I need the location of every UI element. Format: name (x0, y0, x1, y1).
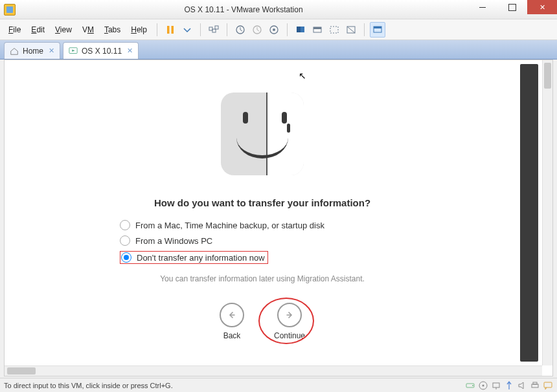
cycle-layout-button[interactable] (310, 22, 325, 38)
option-from-mac[interactable]: From a Mac, Time Machine backup, or star… (120, 220, 324, 230)
radio-icon (121, 252, 131, 263)
maximize-button[interactable] (497, 0, 527, 14)
tab-home[interactable]: Home ✕ (4, 42, 60, 59)
monitor-play-icon (69, 47, 78, 56)
usb-icon[interactable] (504, 380, 514, 391)
snapshot-manager-button[interactable] (266, 22, 282, 38)
snapshot-button[interactable] (233, 22, 248, 38)
svg-rect-25 (493, 383, 499, 387)
tab-label: Home (23, 47, 43, 56)
svg-point-8 (273, 28, 275, 31)
close-button[interactable] (527, 0, 557, 14)
vertical-scrollbar[interactable] (542, 60, 552, 365)
svg-rect-28 (533, 382, 537, 384)
message-icon[interactable] (543, 380, 553, 391)
option-label: Don't transfer any information now (137, 253, 265, 263)
hard-disk-icon[interactable] (465, 380, 475, 391)
guest-screen[interactable]: ↖ How do you want to transfer your infor… (5, 60, 542, 365)
menubar: File Edit View VM Tabs Help (0, 19, 557, 40)
svg-line-15 (347, 27, 355, 33)
svg-rect-29 (544, 382, 552, 387)
send-ctrl-alt-del-button[interactable] (206, 22, 222, 38)
show-console-button[interactable] (293, 22, 308, 38)
cd-icon[interactable] (478, 380, 488, 391)
separator (157, 23, 157, 36)
scroll-thumb[interactable] (7, 367, 36, 375)
network-icon[interactable] (491, 380, 501, 391)
back-label: Back (223, 331, 241, 340)
fullscreen-button[interactable] (326, 22, 342, 38)
svg-rect-13 (330, 27, 338, 33)
menu-tabs[interactable]: Tabs (100, 23, 125, 37)
cursor-icon: ↖ (299, 71, 306, 81)
home-icon (10, 47, 19, 56)
nav-buttons: Back Continue (220, 303, 305, 340)
vm-display-area: ↖ How do you want to transfer your infor… (4, 60, 553, 376)
horizontal-scrollbar[interactable] (5, 365, 542, 376)
svg-rect-2 (209, 27, 212, 30)
library-button[interactable] (370, 22, 385, 38)
separator (287, 23, 288, 36)
option-label: From a Mac, Time Machine backup, or star… (135, 221, 324, 230)
option-from-windows[interactable]: From a Windows PC (120, 235, 212, 246)
pause-button[interactable] (163, 22, 178, 38)
option-dont-transfer[interactable]: Don't transfer any information now (120, 251, 268, 264)
window-titlebar: OS X 10.11 - VMware Workstation (0, 0, 557, 19)
svg-point-24 (483, 384, 484, 386)
tabs-bar: Home ✕ OS X 10.11 ✕ (0, 40, 557, 60)
radio-icon (120, 220, 130, 230)
minimize-button[interactable] (468, 0, 497, 14)
printer-icon[interactable] (530, 380, 540, 391)
menu-file[interactable]: File (4, 23, 25, 37)
option-label: From a Windows PC (135, 236, 212, 246)
finder-face-icon (221, 93, 304, 175)
tab-label: OS X 10.11 (82, 47, 122, 56)
migration-assistant-screen: ↖ How do you want to transfer your infor… (11, 67, 514, 359)
tab-vm[interactable]: OS X 10.11 ✕ (63, 42, 139, 59)
tab-close-icon[interactable]: ✕ (127, 47, 133, 55)
transfer-options: From a Mac, Time Machine backup, or star… (120, 220, 418, 264)
status-bar: To direct input to this VM, click inside… (0, 378, 557, 392)
svg-point-22 (472, 385, 473, 386)
tab-close-icon[interactable]: ✕ (49, 47, 54, 55)
sound-icon[interactable] (517, 380, 527, 391)
arrow-right-icon (277, 303, 302, 327)
svg-rect-12 (313, 27, 321, 29)
radio-icon (120, 235, 130, 246)
separator (200, 23, 201, 36)
svg-rect-0 (167, 26, 170, 34)
arrow-left-icon (220, 303, 244, 327)
guest-black-bar (520, 64, 538, 362)
menu-view[interactable]: View (51, 23, 76, 37)
menu-edit[interactable]: Edit (27, 23, 49, 37)
svg-rect-27 (532, 384, 538, 387)
window-title: OS X 10.11 - VMware Workstation (19, 5, 468, 14)
app-icon (4, 4, 16, 16)
unity-button[interactable] (343, 22, 359, 38)
migration-later-note: You can transfer information later using… (160, 274, 365, 283)
status-device-icons (465, 380, 553, 391)
revert-snapshot-button[interactable] (249, 22, 265, 38)
separator (364, 23, 365, 36)
menu-vm[interactable]: VM (78, 23, 98, 37)
menu-help[interactable]: Help (126, 23, 152, 37)
svg-rect-4 (215, 26, 218, 29)
continue-label: Continue (274, 331, 305, 340)
separator (227, 23, 227, 36)
back-button[interactable]: Back (220, 303, 244, 340)
transfer-question: How do you want to transfer your informa… (154, 197, 370, 208)
svg-rect-10 (297, 27, 301, 32)
continue-button[interactable]: Continue (274, 303, 305, 340)
status-hint: To direct input to this VM, click inside… (4, 382, 173, 389)
svg-rect-17 (374, 27, 381, 28)
scroll-thumb[interactable] (544, 63, 551, 89)
svg-rect-3 (212, 29, 216, 32)
svg-rect-1 (171, 26, 174, 34)
power-dropdown[interactable] (179, 22, 195, 38)
